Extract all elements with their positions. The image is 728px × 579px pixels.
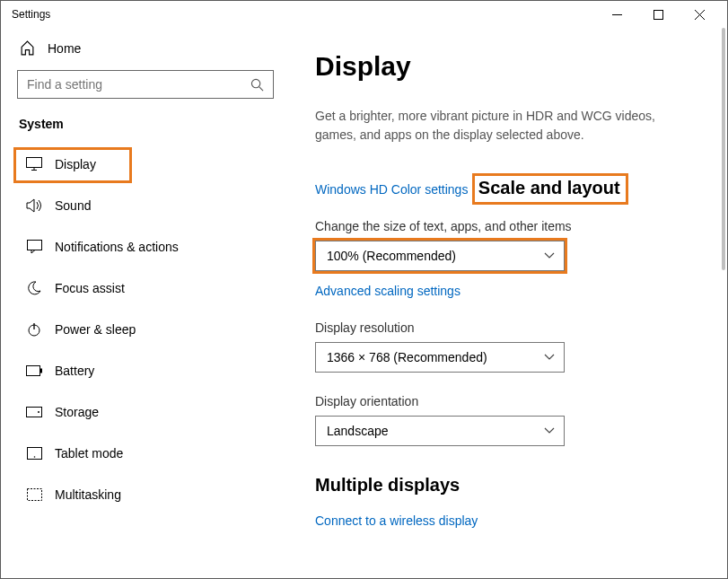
svg-rect-9 [27,241,41,250]
multiple-displays-heading: Multiple displays [315,475,700,496]
sidebar-item-power-sleep[interactable]: Power & sleep [1,309,290,350]
search-input[interactable] [27,77,250,92]
search-icon [250,78,264,92]
orientation-dropdown-value: Landscape [327,424,389,438]
home-icon [19,40,35,56]
svg-point-15 [38,411,39,413]
sidebar-item-label: Display [55,157,96,171]
sidebar: Home System Display Sound Notifications … [1,28,290,578]
sidebar-item-tablet-mode[interactable]: Tablet mode [1,433,290,474]
resolution-dropdown-value: 1366 × 768 (Recommended) [327,350,487,364]
highlight-box-heading: Scale and layout [472,173,628,205]
sidebar-item-storage[interactable]: Storage [1,391,290,433]
svg-rect-1 [653,10,662,19]
storage-icon [26,404,42,420]
home-nav[interactable]: Home [1,31,290,65]
title-bar: Settings [1,1,727,28]
sidebar-item-sound[interactable]: Sound [1,185,290,226]
main-panel: Display Get a brighter, more vibrant pic… [290,28,727,578]
multitask-icon [26,487,42,503]
power-icon [26,321,42,338]
sidebar-item-label: Storage [55,405,99,419]
speaker-icon [26,197,42,214]
battery-icon [26,363,42,379]
resolution-label: Display resolution [315,320,700,335]
close-button[interactable] [679,1,720,28]
svg-rect-13 [40,369,42,373]
svg-point-4 [251,79,259,87]
page-title: Display [315,51,700,82]
orientation-dropdown[interactable]: Landscape [315,416,565,446]
scale-layout-heading: Scale and layout [478,178,620,198]
nav-list: Display Sound Notifications & actions Fo… [1,144,290,515]
scrollbar[interactable] [722,28,725,270]
sidebar-item-label: Tablet mode [55,446,123,461]
sidebar-item-label: Battery [55,364,94,378]
window-title: Settings [8,8,596,21]
svg-line-5 [259,86,262,90]
sidebar-item-focus-assist[interactable]: Focus assist [1,268,290,309]
chevron-down-icon [544,252,555,259]
maximize-button[interactable] [637,1,679,28]
home-label: Home [48,41,81,56]
search-box[interactable] [17,70,274,99]
scale-dropdown[interactable]: 100% (Recommended) [315,241,565,271]
sidebar-item-label: Focus assist [55,281,125,295]
sidebar-item-label: Sound [55,198,91,213]
chevron-down-icon [544,354,555,361]
svg-rect-6 [27,158,42,168]
scale-label: Change the size of text, apps, and other… [315,219,700,233]
tablet-icon [26,445,42,461]
advanced-scaling-link[interactable]: Advanced scaling settings [315,284,460,298]
resolution-dropdown[interactable]: 1366 × 768 (Recommended) [315,342,565,373]
sidebar-item-label: Notifications & actions [55,240,179,254]
sidebar-item-notifications[interactable]: Notifications & actions [1,226,290,268]
hdr-settings-link[interactable]: Windows HD Color settings [315,182,468,197]
category-label: System [1,108,290,144]
svg-point-17 [33,456,35,458]
sidebar-item-display[interactable]: Display [1,144,290,185]
svg-rect-18 [27,489,41,501]
notification-icon [26,239,42,255]
svg-rect-12 [27,366,40,376]
window-controls [596,1,720,28]
sidebar-item-multitasking[interactable]: Multitasking [1,474,290,515]
sidebar-item-battery[interactable]: Battery [1,350,290,391]
minimize-button[interactable] [596,1,637,28]
scale-dropdown-value: 100% (Recommended) [327,249,456,263]
sidebar-item-label: Power & sleep [55,322,136,337]
orientation-label: Display orientation [315,394,700,408]
sidebar-item-label: Multitasking [55,487,121,502]
monitor-icon [26,156,42,172]
wireless-display-link[interactable]: Connect to a wireless display [315,513,478,528]
moon-icon [26,280,42,296]
hdr-description: Get a brighter, more vibrant picture in … [315,107,692,145]
chevron-down-icon [544,427,555,434]
